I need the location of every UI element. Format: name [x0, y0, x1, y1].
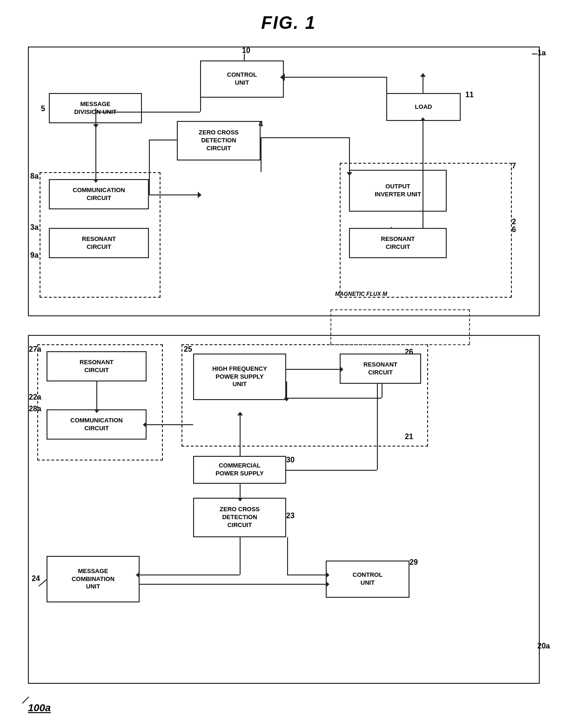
output-inverter-box: OUTPUT INVERTER UNIT [349, 170, 447, 212]
label-21: 21 [405, 433, 413, 441]
label-10: 10 [242, 47, 250, 55]
label-20a: 20a [537, 642, 550, 650]
label-3a: 3a [30, 223, 39, 232]
label-4: 4 [259, 120, 263, 128]
control-unit-box: CONTROL UNIT [200, 60, 284, 98]
zero-cross-top-box: ZERO CROSS DETECTION CIRCUIT [177, 121, 261, 160]
figure-title: FIG. 1 [0, 13, 577, 33]
resonant-top-left-box: RESONANT CIRCUIT [49, 228, 149, 258]
label-23: 23 [286, 512, 295, 520]
load-box: LOAD [386, 93, 461, 121]
label-7: 7 [512, 162, 516, 170]
comm-bottom-left-box: COMMUNICATION CIRCUIT [47, 409, 147, 440]
label-30: 30 [286, 456, 295, 464]
commercial-ps-box: COMMERCIAL POWER SUPPLY [193, 456, 286, 484]
label-6: 6 [512, 226, 516, 234]
zero-cross-bottom-box: ZERO CROSS DETECTION CIRCUIT [193, 498, 286, 537]
label-11: 11 [465, 91, 474, 99]
label-8a: 8a [30, 172, 39, 180]
label-22a: 22a [29, 393, 41, 401]
comm-circuit-top-left-box: COMMUNICATION CIRCUIT [49, 179, 149, 209]
msg-combo-box: MESSAGE COMBINATION UNIT [47, 556, 140, 602]
control-bottom-box: CONTROL UNIT [326, 561, 409, 598]
label-28a: 28a [29, 405, 41, 413]
label-1a: 1a [537, 49, 546, 57]
label-24: 24 [32, 574, 40, 583]
label-2: 2 [512, 218, 516, 226]
label-29: 29 [409, 558, 418, 567]
resonant-bottom-right-box: RESONANT CIRCUIT [340, 354, 421, 384]
magnetic-flux-label: MAGNETIC FLUX M [335, 291, 387, 297]
resonant-bottom-left-box: RESONANT CIRCUIT [47, 351, 147, 381]
label-25: 25 [184, 345, 192, 354]
label-9a: 9a [30, 251, 39, 260]
hf-power-box: HIGH FREQUENCY POWER SUPPLY UNIT [193, 354, 286, 400]
label-27a: 27a [29, 345, 41, 354]
reference-label: 100a [28, 702, 51, 714]
label-5: 5 [41, 105, 45, 113]
resonant-top-right-box: RESONANT CIRCUIT [349, 228, 447, 258]
